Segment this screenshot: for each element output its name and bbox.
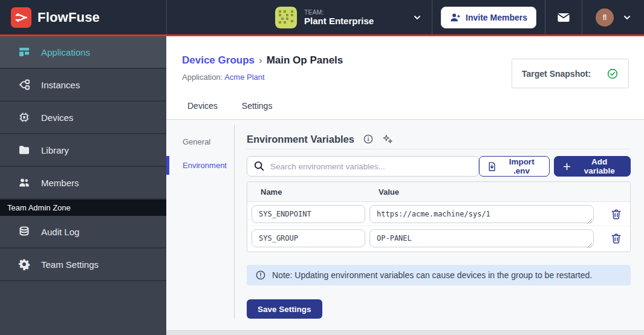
app-window: FlowFuse TEAM: Plant Enterprise — [0, 0, 644, 335]
brand-name: FlowFuse — [37, 10, 100, 25]
import-env-label: Import .env — [501, 157, 542, 175]
user-plus-icon — [450, 12, 461, 23]
plus-icon — [562, 162, 571, 171]
info-icon[interactable] — [363, 134, 374, 145]
notifications-button[interactable] — [545, 0, 582, 34]
table-header: Name Value — [247, 182, 630, 202]
application-link[interactable]: Acme Plant — [224, 73, 264, 82]
sidebar-item-label: Library — [41, 145, 69, 155]
sidebar-item-label: Team Settings — [41, 259, 99, 270]
sidebar-item-applications[interactable]: Applications — [0, 36, 166, 69]
add-variable-label: Add variable — [576, 157, 622, 175]
subnav-item-environment[interactable]: Environment — [183, 161, 227, 170]
brand[interactable]: FlowFuse — [0, 0, 166, 34]
sidebar-item-label: Instances — [41, 80, 80, 90]
check-circle-icon — [607, 68, 619, 80]
breadcrumb-device-groups-link[interactable]: Device Groups — [182, 54, 255, 66]
main-panel: Device Groups›Main Op Panels Application… — [166, 36, 644, 335]
user-menu[interactable]: fl — [582, 0, 644, 34]
application-label: Application: — [182, 73, 223, 82]
sidebar: Applications Instances Devices — [0, 36, 166, 335]
invite-members-label: Invite Members — [466, 13, 527, 22]
variable-name-input[interactable] — [252, 205, 365, 223]
database-icon — [18, 226, 30, 238]
sidebar-item-library[interactable]: Library — [0, 134, 166, 167]
target-snapshot-label: Target Snapshot: — [522, 69, 591, 79]
save-settings-button[interactable]: Save Settings — [247, 299, 322, 319]
sidebar-item-devices[interactable]: Devices — [0, 102, 166, 134]
tab-bar: Devices Settings — [187, 101, 272, 118]
sidebar-item-label: Audit Log — [41, 227, 79, 237]
table-row — [247, 226, 630, 250]
sidebar-item-team-settings[interactable]: Team Settings — [0, 249, 166, 281]
sidebar-item-audit-log[interactable]: Audit Log — [0, 216, 166, 249]
envelope-icon — [556, 10, 571, 25]
environment-variables-title: Environment Variables — [247, 134, 354, 145]
exclamation-circle-icon — [255, 270, 266, 281]
subnav-item-general[interactable]: General — [183, 137, 210, 146]
instances-icon — [18, 79, 30, 91]
applications-icon — [18, 46, 30, 58]
search-input[interactable] — [247, 156, 479, 177]
top-header: FlowFuse TEAM: Plant Enterprise — [0, 0, 644, 36]
breadcrumb: Device Groups›Main Op Panels — [182, 54, 343, 67]
team-name: Plant Enterprise — [304, 16, 405, 26]
team-admin-zone-header: Team Admin Zone — [0, 200, 166, 216]
flowfuse-logo-icon — [11, 7, 31, 28]
tab-settings[interactable]: Settings — [242, 101, 273, 118]
chip-icon — [18, 111, 30, 123]
folder-icon — [18, 144, 30, 156]
restart-note-banner: Note: Updating environment variables can… — [247, 265, 631, 285]
team-label: TEAM: — [304, 8, 405, 16]
document-download-icon — [487, 161, 497, 172]
column-header-value: Value — [379, 187, 399, 197]
restart-note-text: Note: Updating environment variables can… — [272, 270, 592, 280]
column-header-name: Name — [261, 187, 282, 197]
application-line: Application: Acme Plant — [182, 73, 265, 82]
sidebar-item-label: Applications — [41, 47, 90, 57]
header-divider — [166, 0, 167, 34]
sidebar-item-instances[interactable]: Instances — [0, 69, 166, 102]
subnav-active-indicator — [166, 156, 169, 175]
settings-content: General Environment Environment Variable… — [166, 120, 644, 335]
add-variable-button[interactable]: Add variable — [554, 156, 631, 177]
chevron-down-icon — [412, 13, 422, 22]
sidebar-item-label: Devices — [41, 112, 73, 123]
variable-value-input[interactable] — [369, 205, 594, 223]
subnav-divider — [234, 125, 235, 319]
gear-icon — [18, 258, 30, 270]
tab-devices[interactable]: Devices — [187, 101, 218, 118]
table-row — [247, 202, 630, 226]
env-variables-table: Name Value — [247, 181, 631, 252]
horizontal-scrollbar[interactable] — [166, 330, 644, 335]
variable-value-input[interactable] — [369, 229, 594, 247]
delete-variable-button[interactable] — [610, 208, 622, 220]
variable-name-input[interactable] — [252, 229, 365, 247]
chevron-down-icon — [622, 13, 632, 22]
sidebar-item-members[interactable]: Members — [0, 167, 166, 200]
sparkles-icon[interactable] — [382, 134, 393, 145]
breadcrumb-separator: › — [255, 54, 267, 66]
delete-variable-button[interactable] — [610, 232, 622, 244]
users-icon — [18, 177, 30, 189]
sidebar-item-label: Members — [41, 178, 79, 188]
search-box — [247, 156, 479, 177]
target-snapshot-box: Target Snapshot: — [512, 59, 629, 88]
search-icon — [253, 160, 265, 172]
avatar: fl — [596, 8, 614, 27]
team-selector[interactable]: TEAM: Plant Enterprise — [265, 0, 432, 34]
team-avatar — [275, 7, 297, 28]
invite-members-button[interactable]: Invite Members — [441, 7, 536, 28]
import-env-button[interactable]: Import .env — [479, 156, 550, 177]
breadcrumb-current: Main Op Panels — [267, 54, 343, 66]
